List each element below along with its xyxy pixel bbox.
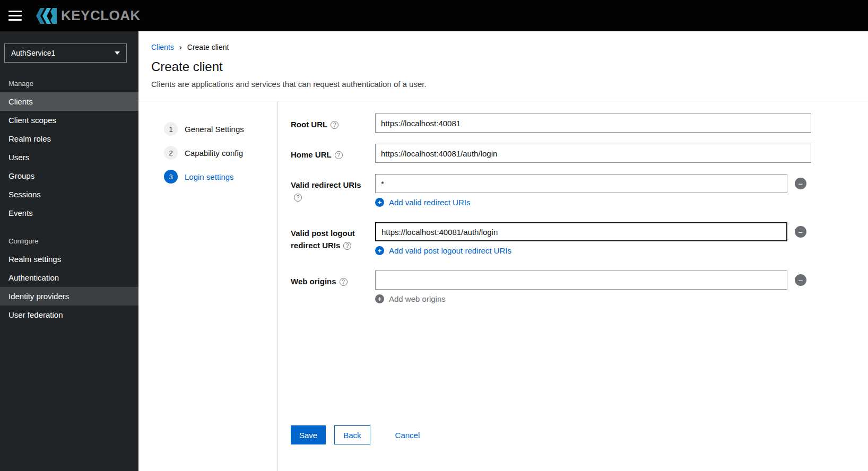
nav-section-manage: Manage Clients Client scopes Realm roles…	[0, 80, 138, 222]
form-actions: Save Back Cancel	[291, 425, 428, 444]
remove-post-logout-uri-button[interactable]: −	[795, 226, 806, 238]
plus-circle-icon: +	[375, 198, 384, 207]
brand-text: KEYCLOAK	[61, 7, 141, 24]
help-icon[interactable]: ?	[343, 242, 351, 250]
main-content: Clients › Create client Create client Cl…	[138, 31, 868, 471]
valid-redirect-uris-label-text: Valid redirect URIs	[291, 180, 361, 189]
sidebar-item-realm-roles[interactable]: Realm roles	[0, 129, 138, 148]
valid-redirect-uris-label: Valid redirect URIs?	[291, 174, 375, 207]
wizard-step-capability-config[interactable]: 2 Capability config	[138, 143, 277, 163]
field-valid-redirect-uris: Valid redirect URIs? − + Add valid redir…	[291, 174, 868, 207]
web-origins-label: Web origins?	[291, 271, 375, 303]
home-url-input[interactable]	[375, 144, 811, 163]
breadcrumb-current: Create client	[187, 43, 229, 51]
breadcrumb-clients-link[interactable]: Clients	[151, 43, 174, 51]
post-logout-uri-row: −	[375, 222, 868, 241]
sidebar-item-clients[interactable]: Clients	[0, 92, 138, 111]
back-button[interactable]: Back	[334, 425, 370, 444]
field-root-url: Root URL?	[291, 114, 868, 133]
wizard-step-login-settings[interactable]: 3 Login settings	[138, 167, 277, 187]
sidebar-item-sessions[interactable]: Sessions	[0, 185, 138, 204]
step-number-2: 2	[164, 146, 178, 160]
help-icon[interactable]: ?	[294, 194, 302, 202]
add-valid-redirect-uris-label: Add valid redirect URIs	[389, 198, 470, 207]
breadcrumb: Clients › Create client	[138, 31, 868, 51]
plus-circle-icon: +	[375, 246, 384, 255]
nav-section-title-manage: Manage	[0, 80, 138, 92]
help-icon[interactable]: ?	[340, 278, 348, 286]
wizard-step-general-settings[interactable]: 1 General Settings	[138, 119, 277, 139]
realm-selector-value: AuthService1	[11, 49, 55, 57]
web-origins-control: − + Add web origins	[375, 271, 868, 303]
minus-icon: −	[798, 228, 803, 236]
remove-web-origin-button[interactable]: −	[795, 274, 806, 286]
root-url-label: Root URL?	[291, 114, 375, 133]
sidebar: AuthService1 Manage Clients Client scope…	[0, 31, 138, 471]
sidebar-item-client-scopes[interactable]: Client scopes	[0, 111, 138, 129]
home-url-label-text: Home URL	[291, 150, 332, 159]
realm-selector[interactable]: AuthService1	[4, 43, 127, 63]
remove-redirect-uri-button[interactable]: −	[795, 178, 806, 189]
valid-redirect-uris-control: − + Add valid redirect URIs	[375, 174, 868, 207]
root-url-label-text: Root URL	[291, 120, 327, 129]
help-icon[interactable]: ?	[331, 121, 338, 129]
sidebar-item-realm-settings[interactable]: Realm settings	[0, 250, 138, 268]
sidebar-item-groups[interactable]: Groups	[0, 167, 138, 185]
home-url-control	[375, 144, 868, 163]
cancel-button[interactable]: Cancel	[387, 425, 429, 444]
page-title: Create client	[138, 59, 868, 74]
step-label-capability-config: Capability config	[185, 149, 243, 158]
add-valid-post-logout-uris-label: Add valid post logout redirect URIs	[389, 246, 511, 255]
sidebar-item-authentication[interactable]: Authentication	[0, 268, 138, 287]
home-url-label: Home URL?	[291, 144, 375, 163]
chevron-down-icon	[115, 51, 120, 55]
login-settings-form: Root URL? Home URL? Valid redirect URIs?	[278, 101, 868, 471]
breadcrumb-separator-icon: ›	[179, 42, 182, 51]
keycloak-brand: KEYCLOAK	[34, 6, 141, 25]
keycloak-logo-icon	[34, 6, 59, 25]
nav-section-configure: Configure Realm settings Authentication …	[0, 237, 138, 324]
field-valid-post-logout-redirect-uris: Valid post logout redirect URIs? − + Add…	[291, 222, 868, 255]
add-valid-redirect-uris-link[interactable]: + Add valid redirect URIs	[375, 198, 470, 207]
minus-icon: −	[798, 276, 803, 284]
valid-post-logout-label: Valid post logout redirect URIs?	[291, 222, 375, 255]
valid-post-logout-control: − + Add valid post logout redirect URIs	[375, 222, 868, 255]
wizard-nav: 1 General Settings 2 Capability config 3…	[138, 101, 277, 471]
root-url-control	[375, 114, 868, 133]
page-subtitle: Clients are applications and services th…	[138, 80, 868, 89]
sidebar-item-events[interactable]: Events	[0, 204, 138, 222]
field-home-url: Home URL?	[291, 144, 868, 163]
step-label-login-settings: Login settings	[185, 172, 234, 181]
minus-icon: −	[798, 180, 803, 188]
add-web-origins-label: Add web origins	[389, 294, 446, 303]
field-web-origins: Web origins? − + Add web origins	[291, 271, 868, 303]
sidebar-item-user-federation[interactable]: User federation	[0, 306, 138, 324]
web-origins-label-text: Web origins	[291, 277, 336, 286]
sidebar-item-identity-providers[interactable]: Identity providers	[0, 287, 138, 306]
help-icon[interactable]: ?	[335, 151, 343, 159]
web-origin-row: −	[375, 271, 868, 290]
add-web-origins-link[interactable]: + Add web origins	[375, 294, 446, 303]
nav-section-title-configure: Configure	[0, 237, 138, 250]
hamburger-menu-icon[interactable]	[8, 11, 22, 21]
masthead: KEYCLOAK	[0, 0, 868, 31]
save-button[interactable]: Save	[291, 425, 326, 444]
step-number-3: 3	[164, 170, 178, 184]
valid-post-logout-uri-input[interactable]	[375, 222, 787, 241]
valid-redirect-uri-input[interactable]	[375, 174, 787, 193]
step-label-general-settings: General Settings	[185, 125, 244, 134]
create-client-wizard: 1 General Settings 2 Capability config 3…	[138, 101, 868, 471]
redirect-uri-row: −	[375, 174, 868, 193]
step-number-1: 1	[164, 122, 178, 136]
sidebar-nav: Manage Clients Client scopes Realm roles…	[0, 80, 138, 324]
plus-circle-icon: +	[375, 294, 384, 303]
web-origins-input[interactable]	[375, 271, 787, 290]
sidebar-item-users[interactable]: Users	[0, 148, 138, 167]
root-url-input[interactable]	[375, 114, 811, 133]
add-valid-post-logout-uris-link[interactable]: + Add valid post logout redirect URIs	[375, 246, 511, 255]
